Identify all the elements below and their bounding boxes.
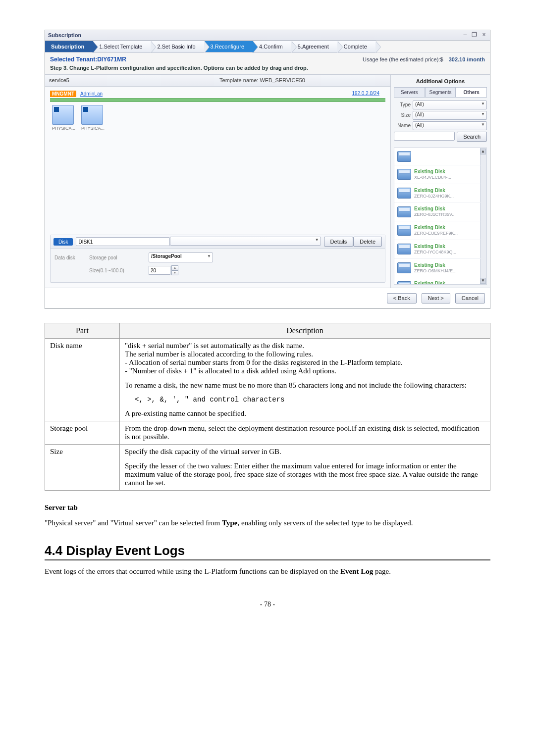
scroll-down-icon[interactable]: ▼	[480, 278, 486, 284]
disk-icon	[397, 262, 411, 273]
back-button[interactable]: < Back	[387, 293, 417, 303]
crumb-select-template[interactable]: 1.Select Template	[93, 41, 151, 52]
restore-icon[interactable]: ❐	[472, 31, 478, 39]
canvas-header: service5 Template name: WEB_SERVICE50	[45, 75, 390, 86]
side-tabs: Servers Segments Others	[394, 87, 487, 98]
filter-name-select[interactable]: (All)	[413, 121, 487, 130]
disk-dropdown[interactable]	[170, 237, 321, 246]
crumb-complete[interactable]: Complete	[338, 41, 376, 52]
close-icon[interactable]: ×	[481, 31, 487, 39]
app-window: Subscription – ❐ × Subscription 1.Select…	[45, 30, 490, 309]
data-disk-section-label: Data disk	[54, 254, 89, 261]
size-spinner[interactable]: ▲▼	[171, 265, 178, 275]
disk-icon	[397, 188, 411, 199]
section-heading: 4.4 Display Event Logs	[45, 543, 490, 560]
side-panel: Additional Options Servers Segments Othe…	[391, 75, 490, 288]
tab-segments[interactable]: Segments	[425, 87, 456, 97]
disk-panel: Disk Details Delete Data disk Storage po…	[50, 235, 385, 283]
spin-up-icon[interactable]: ▲	[171, 265, 178, 270]
crumb-subscription[interactable]: Subscription	[45, 41, 93, 52]
disk-panel-header: Disk Details Delete	[51, 235, 385, 249]
server-caption: PHYSICA...	[81, 126, 105, 132]
cell-desc: "disk + serial number" is set automatica…	[120, 338, 490, 421]
event-log-paragraph: Event logs of the errors that occurred w…	[45, 567, 490, 576]
disk-name-input[interactable]	[76, 237, 170, 246]
step-instruction: Step 3. Change L-Platform configuration …	[45, 64, 490, 74]
search-input[interactable]	[394, 132, 455, 141]
filters: Type(All) Size(All) Name(All) Search	[394, 101, 487, 145]
wizard-footer: < Back Next > Cancel	[45, 288, 490, 308]
filter-type-label: Type	[394, 101, 411, 108]
search-button[interactable]: Search	[457, 132, 487, 142]
list-item[interactable]: Existing DiskZERO-O6MKHJ4/E...	[394, 277, 481, 284]
description-table: Part Description Disk name "disk + seria…	[45, 323, 490, 491]
tab-others[interactable]: Others	[456, 87, 487, 97]
th-part: Part	[45, 323, 120, 338]
tenant-row: Selected Tenant:DIY671MR Usage fee (the …	[45, 52, 490, 65]
admin-lan-link[interactable]: AdminLan	[80, 91, 103, 97]
filter-name-label: Name	[394, 122, 411, 129]
server-icon	[81, 105, 103, 125]
delete-button[interactable]: Delete	[353, 237, 382, 247]
list-item[interactable]: Existing DiskZERO-0JZ4HG9K...	[394, 184, 481, 203]
disk-icon	[397, 151, 411, 162]
filter-size-label: Size	[394, 112, 411, 118]
template-name: Template name: WEB_SERVICE50	[138, 77, 386, 84]
side-panel-title: Additional Options	[394, 78, 487, 85]
app-title: Subscription	[48, 32, 81, 39]
server-node-1[interactable]: PHYSICA...	[52, 105, 75, 132]
cell-part: Size	[45, 444, 120, 490]
th-description: Description	[120, 323, 490, 338]
titlebar: Subscription – ❐ ×	[45, 30, 490, 41]
scrollbar[interactable]: ▲ ▼	[480, 148, 486, 284]
filter-size-select[interactable]: (All)	[413, 111, 487, 120]
storage-pool-select[interactable]: /StoragePool	[149, 252, 213, 262]
cell-part: Storage pool	[45, 421, 120, 444]
disk-icon	[397, 225, 411, 236]
server-node-2[interactable]: PHYSICA...	[81, 105, 105, 132]
storage-pool-label: Storage pool	[89, 254, 149, 261]
page-number: - 78 -	[45, 601, 490, 608]
usage-fee-price: 302.10 /month	[449, 56, 485, 62]
options-list: ▲ ▼ Existing DiskXE-04JVECD84-... Existi…	[394, 148, 487, 285]
tab-servers[interactable]: Servers	[394, 87, 425, 97]
table-row: Storage pool From the drop-down menu, se…	[45, 421, 490, 444]
usage-fee: Usage fee (the estimated price):$ 302.10…	[363, 56, 485, 63]
list-item[interactable]	[394, 148, 481, 165]
network-bar	[50, 98, 385, 102]
list-item[interactable]: Existing DiskZERO-8J1CTR35V...	[394, 202, 481, 221]
table-row: Disk name "disk + serial number" is set …	[45, 338, 490, 421]
cell-desc: From the drop-down menu, select the depl…	[120, 421, 490, 444]
crumb-agreement[interactable]: 5.Agreement	[292, 41, 338, 52]
crumb-confirm[interactable]: 4.Confirm	[253, 41, 292, 52]
spin-down-icon[interactable]: ▼	[171, 270, 178, 275]
size-label: Size(0.1~400.0)	[89, 267, 149, 274]
cell-desc: Specify the disk capacity of the virtual…	[120, 444, 490, 490]
list-item[interactable]: Existing DiskZERO-IYCC48K9Q...	[394, 240, 481, 259]
window-buttons: – ❐ ×	[460, 31, 487, 39]
details-button[interactable]: Details	[324, 237, 354, 247]
mngmnt-tag: MNGMNT	[50, 91, 76, 97]
disk-icon	[397, 206, 411, 217]
server-tab-heading: Server tab	[45, 504, 490, 512]
minimize-icon[interactable]: –	[462, 31, 468, 39]
topology: MNGMNT AdminLan 192.0.2.0/24 PHYSICA... …	[50, 91, 385, 132]
crumb-set-basic-info[interactable]: 2.Set Basic Info	[151, 41, 204, 52]
list-item[interactable]: Existing DiskZERO-O6MKHJ4/E...	[394, 259, 481, 278]
server-icon	[52, 105, 74, 125]
size-input[interactable]	[149, 266, 170, 275]
list-item[interactable]: Existing DiskXE-04JVECD84-...	[394, 165, 481, 184]
crumb-reconfigure[interactable]: 3.Reconfigure	[205, 41, 254, 52]
filter-type-select[interactable]: (All)	[413, 101, 487, 109]
subnet-link[interactable]: 192.0.2.0/24	[352, 90, 379, 97]
service-name: service5	[49, 77, 138, 84]
canvas[interactable]: service5 Template name: WEB_SERVICE50 MN…	[45, 75, 391, 288]
disk-chip: Disk	[54, 238, 73, 246]
cell-part: Disk name	[45, 338, 120, 421]
usage-fee-label: Usage fee (the estimated price):$	[363, 56, 443, 62]
next-button[interactable]: Next >	[422, 293, 450, 303]
cancel-button[interactable]: Cancel	[455, 293, 485, 303]
scroll-up-icon[interactable]: ▲	[480, 149, 486, 154]
workspace: service5 Template name: WEB_SERVICE50 MN…	[45, 74, 490, 288]
list-item[interactable]: Existing DiskZERO-EUE9REF9K...	[394, 221, 481, 240]
